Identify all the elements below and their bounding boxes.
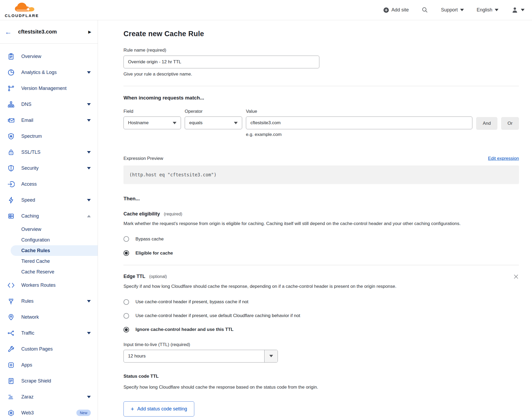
pie-chart-icon bbox=[7, 69, 15, 76]
rule-name-input[interactable]: Override origin - 12 hr TTL bbox=[123, 56, 319, 68]
edit-expression-link[interactable]: Edit expression bbox=[488, 156, 519, 161]
operator-label: Operator bbox=[185, 109, 242, 114]
edge-ttl-heading: Edge TTL bbox=[123, 274, 145, 279]
add-site-label: Add site bbox=[391, 7, 409, 13]
split-arrows-icon bbox=[7, 330, 15, 337]
chevron-down-icon bbox=[87, 119, 91, 122]
edge-ttl-option-1-radio[interactable]: Use cache-control header if present, byp… bbox=[123, 299, 519, 305]
required-tag: (required) bbox=[164, 212, 182, 216]
cloudflare-logo[interactable]: CLOUDFLARE bbox=[5, 2, 39, 18]
hexagon-icon bbox=[7, 409, 15, 417]
field-select[interactable]: Hostname bbox=[123, 117, 181, 129]
add-status-code-button[interactable]: + Add status code setting bbox=[123, 401, 194, 417]
sidebar-item-security[interactable]: Security bbox=[0, 160, 98, 176]
operator-select[interactable]: equals bbox=[185, 117, 242, 129]
sidebar-item-traffic[interactable]: Traffic bbox=[0, 325, 98, 341]
sidebar-item-web3[interactable]: Web3 New bbox=[0, 405, 98, 420]
match-row: Field Hostname Operator equals Value cft bbox=[123, 109, 519, 137]
edge-ttl-option-3-radio[interactable]: Ignore cache-control header and use this… bbox=[123, 327, 519, 332]
back-arrow-icon[interactable]: ← bbox=[5, 28, 12, 35]
radio-unselected-icon[interactable] bbox=[123, 299, 129, 305]
plus-icon: + bbox=[131, 406, 134, 412]
ttl-input-label: Input time-to-live (TTL) (required) bbox=[123, 342, 190, 347]
sidebar-item-email[interactable]: Email bbox=[0, 112, 98, 128]
eligible-for-cache-radio[interactable]: Eligible for cache bbox=[123, 250, 519, 256]
sidebar-item-scrape-shield[interactable]: Scrape Shield bbox=[0, 373, 98, 389]
radio-selected-icon[interactable] bbox=[123, 327, 129, 332]
document-icon bbox=[7, 377, 15, 385]
clipboard-icon bbox=[7, 53, 15, 60]
sidebar-nav: Overview Analytics & Logs Version Manage… bbox=[0, 44, 98, 420]
cloudflare-dashboard: CLOUDFLARE Add site Support English bbox=[0, 0, 532, 420]
field-column: Field Hostname bbox=[123, 109, 181, 137]
value-column: Value cftestsite3.com e.g. example.com bbox=[246, 109, 472, 137]
chevron-down-icon bbox=[87, 167, 91, 169]
radio-unselected-icon[interactable] bbox=[123, 236, 129, 242]
sidebar-item-analytics-logs[interactable]: Analytics & Logs bbox=[0, 64, 98, 80]
chevron-down-icon bbox=[87, 103, 91, 106]
sidebar-subitem-cache-reserve[interactable]: Cache Reserve bbox=[0, 267, 98, 277]
sidebar-item-caching[interactable]: Caching bbox=[0, 208, 98, 224]
cache-eligibility-description: Mark whether the request's response from… bbox=[123, 220, 515, 227]
shield-asterisk-icon bbox=[7, 133, 15, 140]
sidebar-item-custom-pages[interactable]: Custom Pages bbox=[0, 341, 98, 357]
site-header: ← cftestsite3.com ▶ bbox=[0, 20, 98, 44]
sidebar-item-ssl-tls[interactable]: SSL/TLS bbox=[0, 144, 98, 160]
sidebar-item-rules[interactable]: Rules bbox=[0, 293, 98, 309]
code-brackets-icon bbox=[7, 282, 15, 289]
sidebar-item-access[interactable]: Access bbox=[0, 176, 98, 192]
bypass-cache-radio[interactable]: Bypass cache bbox=[123, 236, 519, 242]
value-input[interactable]: cftestsite3.com bbox=[246, 117, 472, 129]
sidebar-item-version-management[interactable]: Version Management bbox=[0, 80, 98, 96]
sidebar-item-speed[interactable]: Speed bbox=[0, 192, 98, 208]
sidebar-subitem-caching-overview[interactable]: Overview bbox=[0, 224, 98, 235]
language-menu[interactable]: English bbox=[477, 7, 498, 13]
sidebar: ← cftestsite3.com ▶ Overview Analytics &… bbox=[0, 20, 98, 420]
add-site-button[interactable]: Add site bbox=[383, 7, 409, 13]
sidebar-subitem-configuration[interactable]: Configuration bbox=[0, 235, 98, 245]
then-heading: Then... bbox=[123, 196, 519, 202]
funnel-icon bbox=[7, 298, 15, 305]
sidebar-item-network[interactable]: Network bbox=[0, 309, 98, 325]
status-code-heading: Status code TTL bbox=[123, 374, 519, 379]
app-icon bbox=[7, 361, 15, 369]
top-bar: CLOUDFLARE Add site Support English bbox=[0, 0, 532, 20]
login-arrow-icon bbox=[7, 181, 15, 188]
sidebar-subitem-cache-rules[interactable]: Cache Rules bbox=[11, 245, 98, 256]
operator-column: Operator equals bbox=[185, 109, 242, 137]
ttl-dropdown-button[interactable] bbox=[264, 350, 278, 362]
new-badge: New bbox=[76, 410, 91, 416]
branch-icon bbox=[7, 85, 15, 92]
site-name: cftestsite3.com bbox=[18, 29, 88, 35]
radio-selected-icon[interactable] bbox=[123, 250, 129, 256]
person-icon bbox=[511, 6, 518, 14]
and-button[interactable]: And bbox=[476, 117, 497, 130]
sidebar-item-zaraz[interactable]: Zaraz bbox=[0, 389, 98, 405]
language-label: English bbox=[477, 7, 492, 13]
value-label: Value bbox=[246, 109, 472, 114]
lightning-icon bbox=[7, 197, 15, 204]
close-icon[interactable] bbox=[513, 274, 519, 280]
site-switcher-icon[interactable]: ▶ bbox=[88, 30, 91, 34]
sidebar-item-spectrum[interactable]: Spectrum bbox=[0, 128, 98, 144]
edge-ttl-option-2-radio[interactable]: Use cache-control header if present, use… bbox=[123, 313, 519, 319]
sidebar-item-workers-routes[interactable]: Workers Routes bbox=[0, 277, 98, 293]
search-icon[interactable] bbox=[422, 7, 428, 13]
sidebar-item-overview[interactable]: Overview bbox=[0, 48, 98, 64]
network-tree-icon bbox=[7, 101, 15, 108]
caret-down-icon bbox=[269, 355, 273, 357]
chevron-down-icon bbox=[87, 332, 91, 334]
caret-down-icon bbox=[521, 9, 525, 11]
server-stack-icon bbox=[7, 213, 15, 220]
ttl-select[interactable]: 12 hours bbox=[123, 350, 278, 363]
map-pin-icon bbox=[7, 314, 15, 321]
or-button[interactable]: Or bbox=[501, 117, 519, 130]
condition-buttons: And Or bbox=[476, 109, 519, 137]
account-menu[interactable] bbox=[511, 6, 525, 14]
sidebar-subitem-tiered-cache[interactable]: Tiered Cache bbox=[0, 256, 98, 267]
sidebar-item-dns[interactable]: DNS bbox=[0, 96, 98, 112]
sidebar-item-apps[interactable]: Apps bbox=[0, 357, 98, 373]
support-menu[interactable]: Support bbox=[441, 7, 464, 13]
radio-unselected-icon[interactable] bbox=[123, 313, 129, 319]
cache-eligibility-heading: Cache eligibility bbox=[123, 211, 160, 217]
